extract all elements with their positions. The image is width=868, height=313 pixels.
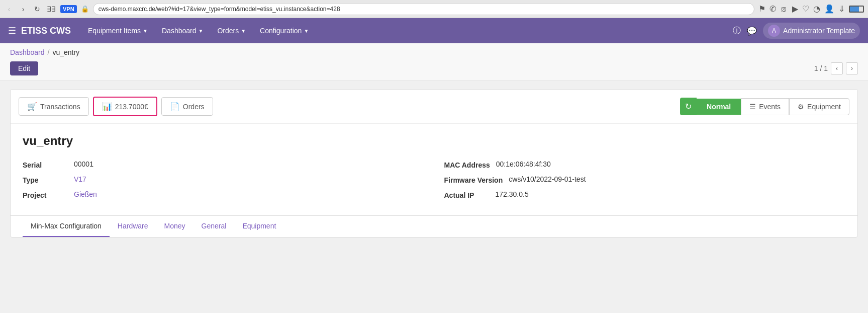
puzzle-icon[interactable]: ◔: [813, 4, 820, 14]
close-circle-icon[interactable]: ⦻: [780, 5, 788, 14]
transactions-label: Transactions: [40, 103, 80, 111]
chart-bar-icon: 📊: [102, 102, 112, 111]
forward-button[interactable]: ›: [18, 4, 28, 14]
form-card: 🛒 Transactions 📊 213.7000€ 📄 Orders ↻ No…: [10, 89, 858, 238]
chevron-down-icon: ▼: [241, 28, 246, 34]
user-icon[interactable]: 👤: [824, 4, 834, 14]
orders-label: Orders: [183, 103, 205, 111]
heart-icon[interactable]: ♡: [802, 4, 809, 14]
orders-button[interactable]: 📄 Orders: [161, 97, 213, 116]
firmware-value: cws/v10/2022-09-01-test: [509, 175, 586, 183]
status-refresh-button[interactable]: ↻: [680, 98, 697, 115]
question-icon[interactable]: ⓘ: [733, 26, 741, 36]
tab-money[interactable]: Money: [156, 216, 194, 237]
amount-button[interactable]: 📊 213.7000€: [93, 97, 157, 116]
smart-buttons-right: ↻ Normal ☰ Events ⚙ Equipment: [680, 98, 849, 115]
normal-label: Normal: [707, 103, 731, 111]
vpn-badge: VPN: [60, 5, 77, 13]
tab-hardware[interactable]: Hardware: [110, 216, 156, 237]
breadcrumb-separator: /: [48, 48, 50, 56]
field-row-project: Project Gießen: [23, 190, 424, 199]
file-icon: 📄: [170, 102, 180, 111]
form-tabs: Min-Max Configuration Hardware Money Gen…: [11, 215, 857, 237]
nav-configuration[interactable]: Configuration ▼: [253, 18, 316, 43]
serial-label: Serial: [23, 160, 68, 169]
next-page-button[interactable]: ›: [846, 62, 858, 74]
equipment-label: Equipment: [807, 103, 841, 111]
main-content: 🛒 Transactions 📊 213.7000€ 📄 Orders ↻ No…: [0, 81, 868, 246]
status-normal-button[interactable]: Normal: [697, 99, 741, 115]
prev-page-button[interactable]: ‹: [831, 62, 843, 74]
browser-icons: ⚑ ✆ ⦻ ▶ ♡ ◔ 👤 ⇓: [758, 4, 864, 14]
pagination-text: 1 / 1: [814, 64, 828, 72]
breadcrumb: Dashboard / vu_entry: [10, 48, 858, 56]
breadcrumb-parent[interactable]: Dashboard: [10, 48, 45, 56]
tab-min-max[interactable]: Min-Max Configuration: [23, 216, 110, 237]
battery-indicator: [849, 6, 864, 13]
apps-button[interactable]: ∃∃: [46, 4, 56, 14]
events-label: Events: [759, 103, 781, 111]
pagination: 1 / 1 ‹ ›: [814, 62, 858, 74]
type-value[interactable]: V17: [74, 175, 86, 183]
download-icon[interactable]: ⇓: [838, 4, 845, 14]
form-title: vu_entry: [23, 134, 845, 148]
bookmark-icon[interactable]: ⚑: [758, 4, 765, 14]
breadcrumb-current: vu_entry: [52, 48, 79, 56]
avatar: A: [768, 25, 780, 37]
gear-icon: ⚙: [798, 103, 804, 111]
firmware-label: Firmware Version: [444, 175, 503, 184]
status-events-button[interactable]: ☰ Events: [741, 98, 789, 115]
nav-equipment-items[interactable]: Equipment Items ▼: [81, 18, 155, 43]
field-row-serial: Serial 00001: [23, 160, 424, 169]
chevron-down-icon: ▼: [143, 28, 148, 34]
nav-orders[interactable]: Orders ▼: [210, 18, 253, 43]
project-value[interactable]: Gießen: [74, 190, 97, 198]
serial-value: 00001: [74, 160, 93, 168]
chat-icon[interactable]: 💬: [747, 26, 757, 36]
nav-menu: Equipment Items ▼ Dashboard ▼ Orders ▼ C…: [81, 18, 733, 43]
transactions-button[interactable]: 🛒 Transactions: [19, 97, 89, 116]
app-header: ☰ ETISS CWS Equipment Items ▼ Dashboard …: [0, 18, 868, 43]
nav-orders-label: Orders: [217, 27, 239, 35]
camera-icon[interactable]: ✆: [769, 4, 776, 14]
reload-button[interactable]: ↻: [32, 4, 42, 14]
mac-label: MAC Address: [444, 160, 490, 169]
header-right: ⓘ 💬 A Administrator Template: [733, 23, 860, 39]
ip-value: 172.30.0.5: [496, 190, 529, 198]
nav-dashboard[interactable]: Dashboard ▼: [155, 18, 210, 43]
list-icon: ☰: [749, 103, 756, 111]
chevron-down-icon: ▼: [198, 28, 203, 34]
app-logo-area: ☰ ETISS CWS: [8, 25, 71, 36]
nav-dashboard-label: Dashboard: [162, 27, 197, 35]
nav-equipment-label: Equipment Items: [88, 27, 141, 35]
tab-equipment[interactable]: Equipment: [234, 216, 284, 237]
type-label: Type: [23, 175, 68, 184]
tab-general[interactable]: General: [194, 216, 235, 237]
field-row-firmware: Firmware Version cws/v10/2022-09-01-test: [444, 175, 846, 184]
form-body: vu_entry Serial 00001 Type V17 Project G…: [11, 124, 857, 215]
play-icon[interactable]: ▶: [792, 4, 798, 14]
app-title: ETISS CWS: [21, 26, 71, 36]
admin-badge[interactable]: A Administrator Template: [763, 23, 860, 39]
form-fields: Serial 00001 Type V17 Project Gießen MAC…: [23, 160, 845, 205]
cart-icon: 🛒: [27, 102, 37, 111]
refresh-icon: ↻: [685, 102, 692, 111]
status-equipment-button[interactable]: ⚙ Equipment: [789, 98, 849, 115]
mac-value: 00:1e:06:48:4f:30: [496, 160, 551, 168]
url-text: cws-demo.maxcrc.de/web?#id=17&view_type=…: [99, 6, 340, 13]
nav-config-label: Configuration: [260, 27, 302, 35]
amount-label: 213.7000€: [115, 103, 148, 111]
form-col-left: Serial 00001 Type V17 Project Gießen: [23, 160, 424, 205]
admin-label: Administrator Template: [783, 27, 855, 35]
lock-icon: 🔒: [81, 5, 89, 13]
smart-buttons-row: 🛒 Transactions 📊 213.7000€ 📄 Orders ↻ No…: [11, 90, 857, 124]
form-col-right: MAC Address 00:1e:06:48:4f:30 Firmware V…: [444, 160, 846, 205]
back-button[interactable]: ‹: [4, 4, 14, 14]
field-row-type: Type V17: [23, 175, 424, 184]
browser-bar: ‹ › ↻ ∃∃ VPN 🔒 cws-demo.maxcrc.de/web?#i…: [0, 0, 868, 18]
edit-button[interactable]: Edit: [10, 61, 38, 75]
address-bar[interactable]: cws-demo.maxcrc.de/web?#id=17&view_type=…: [93, 3, 754, 15]
grid-icon[interactable]: ☰: [8, 25, 16, 36]
smart-buttons-left: 🛒 Transactions 📊 213.7000€ 📄 Orders: [19, 97, 213, 116]
chevron-down-icon: ▼: [304, 28, 309, 34]
